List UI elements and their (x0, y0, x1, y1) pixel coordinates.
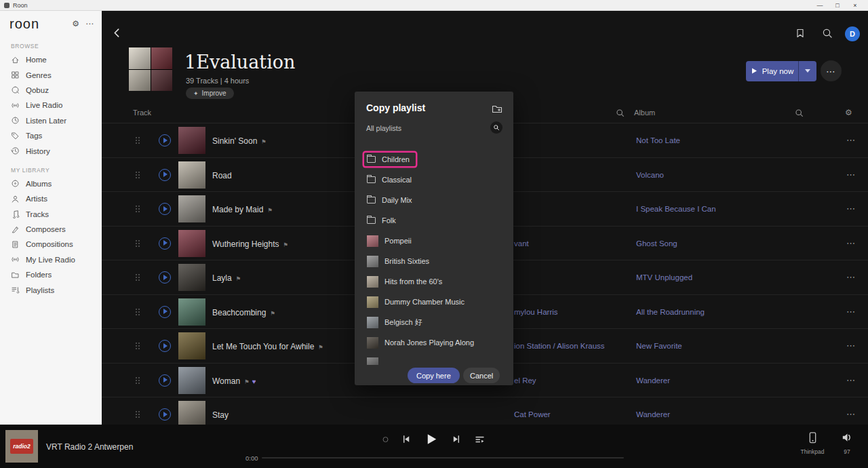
track-album-link[interactable]: Wanderer (636, 410, 670, 418)
playlist-list-item[interactable]: Hits from the 60's (355, 271, 513, 292)
seek-bar[interactable] (262, 457, 624, 459)
previous-track-icon[interactable] (401, 434, 412, 444)
folder-list-item[interactable]: Folk (355, 210, 513, 231)
drag-handle-icon[interactable] (136, 343, 140, 350)
folder-list-item[interactable]: Classical (355, 170, 513, 190)
row-more-button[interactable]: ⋯ (846, 409, 856, 419)
playlist-list-item[interactable]: Pompeii (355, 231, 513, 251)
row-play-button[interactable] (159, 306, 171, 318)
folder-list-item[interactable]: Daily Mix (355, 190, 513, 210)
row-more-button[interactable]: ⋯ (846, 272, 856, 282)
now-playing-art[interactable]: radio2 (5, 430, 38, 463)
drag-handle-icon[interactable] (136, 309, 140, 316)
improve-button[interactable]: ✦ Improve (186, 87, 234, 99)
track-column-header[interactable]: Track (133, 109, 151, 117)
playlist-list-item[interactable]: Dummy Chamber Music (355, 292, 513, 312)
track-album-link[interactable]: New Favorite (636, 342, 682, 350)
sidebar-item-qobuz[interactable]: Qobuz (0, 83, 102, 98)
sidebar-item-home[interactable]: Home (0, 52, 102, 67)
row-play-button[interactable] (159, 374, 171, 387)
row-more-button[interactable]: ⋯ (846, 203, 856, 214)
track-album-link[interactable]: Wanderer (636, 376, 670, 385)
row-more-button[interactable]: ⋯ (846, 340, 856, 351)
cancel-button[interactable]: Cancel (463, 368, 500, 383)
track-artist-link[interactable]: Cat Power (514, 410, 551, 418)
row-play-button[interactable] (159, 408, 171, 421)
row-play-button[interactable] (159, 271, 171, 284)
track-title[interactable]: Stay (212, 410, 229, 420)
track-artist-link[interactable]: ion Station / Alison Krauss (514, 342, 605, 350)
row-play-button[interactable] (159, 237, 171, 250)
playlist-list-item[interactable] (355, 353, 513, 365)
drag-handle-icon[interactable] (136, 274, 140, 281)
row-more-button[interactable]: ⋯ (846, 307, 856, 317)
sidebar-more-icon[interactable]: ⋯ (85, 19, 94, 28)
track-album-link[interactable]: MTV Unplugged (636, 273, 692, 281)
track-album-link[interactable]: Ghost Song (636, 239, 677, 248)
playlist-list-item[interactable]: British Sixties (355, 251, 513, 271)
track-title[interactable]: Layla (212, 273, 232, 283)
sidebar-item-compositions[interactable]: Compositions (0, 237, 102, 252)
track-title[interactable]: Woman (212, 376, 240, 386)
track-album-link[interactable]: All the Roadrunning (636, 308, 705, 316)
row-more-button[interactable]: ⋯ (846, 375, 856, 385)
sidebar-item-playlists[interactable]: Playlists (0, 282, 102, 297)
sidebar-item-tags[interactable]: Tags (0, 128, 102, 143)
track-title[interactable]: Wuthering Heights (212, 239, 279, 249)
album-column-header[interactable]: Album (634, 109, 655, 117)
row-play-button[interactable] (159, 134, 171, 147)
play-now-button[interactable]: Play now (746, 61, 798, 81)
playlist-list-item[interactable]: Belgisch 好 (355, 312, 513, 332)
sidebar-item-albums[interactable]: Albums (0, 176, 102, 191)
row-play-button[interactable] (159, 203, 171, 215)
row-more-button[interactable]: ⋯ (846, 170, 856, 180)
track-title[interactable]: Road (212, 171, 232, 180)
table-settings-gear-icon[interactable]: ⚙ (845, 108, 852, 117)
close-button[interactable]: × (846, 0, 864, 11)
now-playing-title[interactable]: VRT Radio 2 Antwerpen (46, 442, 133, 452)
search-icon[interactable] (822, 28, 833, 39)
track-search-icon[interactable] (616, 109, 625, 117)
bookmark-icon[interactable] (795, 28, 806, 39)
zone-selector[interactable]: Thinkpad (799, 431, 826, 455)
track-title[interactable]: Let Me Touch You for Awhile (212, 342, 314, 351)
playlist-more-button[interactable]: ⋯ (821, 60, 842, 81)
row-play-button[interactable] (159, 169, 171, 181)
record-dot-icon[interactable] (383, 437, 389, 442)
avatar[interactable]: D (845, 26, 860, 41)
track-album-link[interactable]: I Speak Because I Can (636, 205, 716, 213)
drag-handle-icon[interactable] (136, 240, 140, 248)
track-album-link[interactable]: Volcano (636, 171, 664, 179)
volume-control[interactable]: 97 (835, 431, 859, 455)
play-button-icon[interactable] (425, 432, 439, 446)
track-title[interactable]: Sinkin' Soon (212, 136, 257, 146)
back-icon[interactable] (111, 27, 123, 39)
sidebar-item-tracks[interactable]: Tracks (0, 207, 102, 222)
minimize-button[interactable]: — (811, 0, 829, 11)
drag-handle-icon[interactable] (136, 411, 140, 418)
track-title[interactable]: Made by Maid (212, 205, 263, 214)
playlist-list-item[interactable]: Norah Jones Playing Along (355, 332, 513, 353)
sidebar-item-my-live-radio[interactable]: My Live Radio (0, 252, 102, 267)
sidebar-item-genres[interactable]: Genres (0, 67, 102, 82)
row-more-button[interactable]: ⋯ (846, 135, 856, 145)
drag-handle-icon[interactable] (136, 206, 140, 213)
next-track-icon[interactable] (452, 434, 462, 444)
row-play-button[interactable] (159, 340, 171, 352)
sidebar-item-composers[interactable]: Composers (0, 222, 102, 237)
row-more-button[interactable]: ⋯ (846, 238, 856, 248)
folder-list-item[interactable]: Children (355, 149, 513, 170)
track-artist-link[interactable]: el Rey (514, 376, 536, 385)
queue-icon[interactable] (475, 434, 486, 445)
copy-here-button[interactable]: Copy here (408, 368, 460, 383)
sidebar-item-history[interactable]: History (0, 143, 102, 158)
maximize-button[interactable]: □ (829, 0, 846, 11)
sidebar-item-listen-later[interactable]: Listen Later (0, 113, 102, 128)
drag-handle-icon[interactable] (136, 137, 140, 144)
drag-handle-icon[interactable] (136, 377, 140, 385)
track-artist-link[interactable]: vant (514, 239, 529, 248)
playlist-search-button[interactable] (490, 121, 502, 134)
new-folder-icon[interactable] (492, 104, 502, 115)
all-playlists-label[interactable]: All playlists (366, 124, 401, 132)
drag-handle-icon[interactable] (136, 172, 140, 179)
